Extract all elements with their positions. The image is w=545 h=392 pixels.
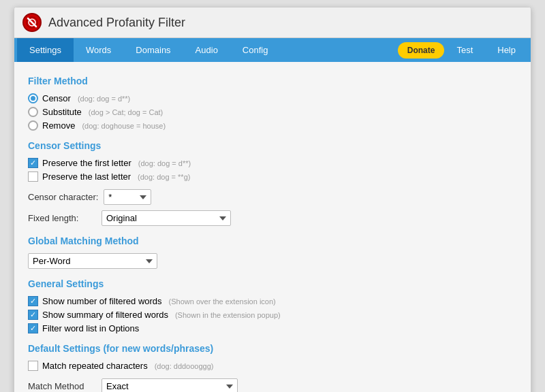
preserve-last-letter-row: Preserve the last letter (dog: dog = **g… <box>28 172 517 182</box>
preserve-first-letter-hint: (dog: dog = d**) <box>138 159 191 167</box>
filter-method-remove-hint: (dog: doghouse = house) <box>82 122 166 130</box>
filter-method-title: Filter Method <box>28 76 517 86</box>
show-number-label: Show number of filtered words <box>42 296 162 306</box>
app-icon <box>22 13 42 32</box>
filter-word-list-label: Filter word list in Options <box>42 323 139 333</box>
app-title: Advanced Profanity Filter <box>48 16 185 30</box>
fixed-length-row: Fixed length: Original 1 2 3 <box>28 210 517 226</box>
filter-word-list-row: ✓ Filter word list in Options <box>28 323 517 333</box>
preserve-first-letter-row: ✓ Preserve the first letter (dog: dog = … <box>28 158 517 168</box>
tab-words[interactable]: Words <box>74 38 123 62</box>
censor-character-row: Censor character: * # @ $ <box>28 189 517 205</box>
fixed-length-label: Fixed length: <box>28 213 96 223</box>
preserve-first-letter-label: Preserve the first letter <box>42 158 131 168</box>
tab-help[interactable]: Help <box>485 38 528 62</box>
censor-settings-title: Censor Settings <box>28 140 517 151</box>
match-repeated-label: Match repeated characters <box>42 361 148 371</box>
nav-bar: Settings Words Domains Audio Config Dona… <box>14 38 531 62</box>
preserve-last-letter-hint: (dog: dog = **g) <box>138 173 190 181</box>
main-window: Advanced Profanity Filter Settings Words… <box>14 7 531 392</box>
filter-method-remove-label: Remove <box>42 120 75 131</box>
filter-method-substitute-row: Substitute (dog > Cat; dog = Cat) <box>28 107 517 117</box>
donate-button[interactable]: Donate <box>398 42 445 59</box>
tab-audio[interactable]: Audio <box>183 38 230 62</box>
tab-domains[interactable]: Domains <box>123 38 183 62</box>
censor-character-select[interactable]: * # @ $ <box>104 189 151 205</box>
radio-remove[interactable] <box>28 120 38 131</box>
default-settings-title: Default Settings (for new words/phrases) <box>28 343 517 354</box>
preserve-last-letter-label: Preserve the last letter <box>42 172 131 182</box>
default-settings-group: Match repeated characters (dog: dddooogg… <box>28 361 517 371</box>
general-settings-group: ✓ Show number of filtered words (Shown o… <box>28 296 517 333</box>
censor-settings-group: ✓ Preserve the first letter (dog: dog = … <box>28 158 517 182</box>
filter-method-censor-label: Censor <box>42 93 71 103</box>
censor-character-label: Censor character: <box>28 192 98 202</box>
show-number-row: ✓ Show number of filtered words (Shown o… <box>28 296 517 306</box>
filter-method-censor-row: Censor (dog: dog = d**) <box>28 93 517 103</box>
filter-method-substitute-hint: (dog > Cat; dog = Cat) <box>89 108 163 116</box>
checkbox-show-number[interactable]: ✓ <box>28 296 38 306</box>
tab-settings[interactable]: Settings <box>17 38 74 62</box>
filter-method-remove-row: Remove (dog: doghouse = house) <box>28 120 517 131</box>
global-matching-row: Per-Word Whole Word Partial <box>28 253 517 269</box>
show-number-hint: (Shown over the extension icon) <box>169 297 276 306</box>
checkbox-filter-word-list[interactable]: ✓ <box>28 323 38 333</box>
radio-substitute[interactable] <box>28 107 38 117</box>
show-summary-row: ✓ Show summary of filtered words (Shown … <box>28 310 517 320</box>
filter-method-group: Censor (dog: dog = d**) Substitute (dog … <box>28 93 517 131</box>
title-bar: Advanced Profanity Filter <box>14 7 531 38</box>
filter-method-substitute-label: Substitute <box>42 107 82 117</box>
tab-config[interactable]: Config <box>230 38 281 62</box>
filter-method-censor-hint: (dog: dog = d**) <box>78 95 130 103</box>
checkbox-show-summary[interactable]: ✓ <box>28 310 38 320</box>
radio-censor[interactable] <box>28 93 38 103</box>
match-repeated-hint: (dog: dddoooggg) <box>155 362 214 370</box>
general-settings-title: General Settings <box>28 278 517 289</box>
match-method-select[interactable]: Exact Partial Whole Word Regular Express… <box>102 378 238 392</box>
global-matching-title: Global Matching Method <box>28 235 517 246</box>
global-matching-select[interactable]: Per-Word Whole Word Partial <box>28 253 157 269</box>
fixed-length-select[interactable]: Original 1 2 3 <box>102 210 231 226</box>
match-repeated-row: Match repeated characters (dog: dddooogg… <box>28 361 517 371</box>
show-summary-hint: (Shown in the extension popup) <box>175 311 281 319</box>
match-method-row: Match Method Exact Partial Whole Word Re… <box>28 378 517 392</box>
checkbox-match-repeated[interactable] <box>28 361 38 371</box>
content-area: Filter Method Censor (dog: dog = d**) Su… <box>14 62 531 392</box>
tab-test[interactable]: Test <box>444 38 485 62</box>
checkbox-preserve-first[interactable]: ✓ <box>28 158 38 168</box>
match-method-label: Match Method <box>28 381 96 391</box>
checkbox-preserve-last[interactable] <box>28 172 38 182</box>
show-summary-label: Show summary of filtered words <box>42 310 168 320</box>
